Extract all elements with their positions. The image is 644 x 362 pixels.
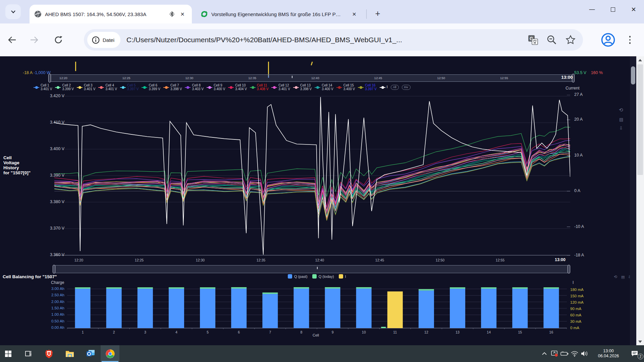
- window-minimize-button[interactable]: —: [582, 0, 602, 19]
- legend-item-cell-1[interactable]: Cell 13.401 V: [34, 84, 52, 91]
- zoom-out-icon[interactable]: [547, 35, 557, 45]
- time-tick-label: 12:50: [436, 258, 444, 262]
- scroll-up-icon[interactable]: [636, 56, 644, 64]
- menu-kebab-icon[interactable]: [624, 34, 636, 46]
- site-info-chip[interactable]: Datei: [87, 32, 120, 48]
- window-maximize-button[interactable]: [602, 0, 623, 19]
- tray-expand-icon[interactable]: [539, 345, 549, 362]
- time-tick-label: 12:45: [375, 258, 384, 262]
- wifi-icon[interactable]: [570, 345, 580, 362]
- legend-item-cell-16[interactable]: Cell 163.397 V: [358, 84, 376, 91]
- legend-item-cell-2[interactable]: Cell 23.399 V: [55, 84, 73, 91]
- legend-cell-name: Cell 1: [41, 84, 52, 87]
- slider-handle-left[interactable]: [53, 265, 55, 274]
- cell-balancing-chart[interactable]: [67, 284, 567, 329]
- legend-item-current[interactable]: I: [380, 85, 388, 89]
- info-icon: [92, 36, 100, 44]
- bar-q-today: [293, 287, 309, 289]
- data-view-icon[interactable]: ▤: [619, 117, 623, 122]
- page-scrollbar-thumb[interactable]: [631, 66, 635, 84]
- ma-tick-label: 120 mA: [570, 300, 584, 304]
- legend-item-cell-10[interactable]: Cell 103.404 V: [228, 84, 247, 91]
- tab-search-button[interactable]: [5, 4, 21, 19]
- reload-button[interactable]: [51, 33, 66, 47]
- bar-q-past: [481, 289, 496, 328]
- bluetooth-icon: [169, 11, 174, 17]
- task-view-button[interactable]: [20, 345, 36, 362]
- action-center-button[interactable]: 2: [627, 345, 642, 362]
- legend-item-cell-12[interactable]: Cell 123.401 V: [271, 84, 290, 91]
- outlook-button[interactable]: [83, 345, 99, 362]
- legend-item-cell-4[interactable]: Cell 43.401 V: [98, 84, 117, 91]
- legend-cell-value: 3.401 V: [84, 87, 95, 91]
- time-range-slider-bottom[interactable]: [54, 265, 569, 273]
- brave-browser-button[interactable]: [41, 345, 57, 362]
- legend-cell-value: 3.397 V: [365, 87, 376, 91]
- series-line-cell-14: [54, 148, 570, 214]
- tab-vorstellung[interactable]: Vorstellung Eigenentwicklung BMS für gro…: [196, 5, 364, 23]
- bar-q-past: [543, 289, 559, 328]
- chrome-button[interactable]: [101, 345, 119, 362]
- download-icon[interactable]: ⇩: [619, 126, 623, 130]
- balancing-legend-item[interactable]: Q (today): [312, 274, 334, 279]
- display-notification-icon[interactable]: [549, 345, 559, 362]
- start-button[interactable]: [0, 345, 16, 362]
- scroll-down-icon[interactable]: [636, 338, 644, 345]
- i-axis-title: I: [573, 280, 574, 285]
- balancing-legend-item[interactable]: Q (past): [288, 274, 308, 279]
- battery-icon[interactable]: [559, 345, 570, 362]
- balancing-legend-item[interactable]: I: [339, 274, 346, 279]
- refresh-icon[interactable]: ⟲: [619, 107, 623, 112]
- bookmark-star-icon[interactable]: [566, 35, 576, 45]
- profile-avatar[interactable]: [601, 33, 615, 47]
- legend-all-button[interactable]: All: [391, 85, 399, 90]
- legend-item-cell-11[interactable]: Cell 113.408 V: [250, 84, 268, 91]
- legend-item-cell-8[interactable]: Cell 83.403 V: [185, 84, 203, 91]
- legend-item-cell-6[interactable]: Cell 63.399 V: [142, 84, 160, 91]
- legend-swatch-icon: [339, 274, 343, 279]
- new-tab-button[interactable]: +: [371, 7, 384, 20]
- legend-item-cell-5[interactable]: Cell 53.397 V: [120, 84, 139, 91]
- browser-scrollbar-thumb[interactable]: [637, 64, 643, 175]
- tab-ahed-bms[interactable]: AHED BMS 1507: 164.3%, 54.506V, 23.383A …: [30, 5, 192, 23]
- series-marker-icon: [55, 86, 61, 89]
- tab-close-icon[interactable]: ×: [350, 9, 359, 19]
- slider-handle-right[interactable]: [568, 265, 570, 274]
- slider-handle-left[interactable]: [48, 74, 51, 82]
- legend-inv-button[interactable]: Inv: [402, 85, 411, 90]
- page-scrollbar[interactable]: [630, 56, 636, 345]
- legend-cell-name: Cell 15: [343, 84, 355, 87]
- legend-cell-value: 3.401 V: [105, 87, 117, 91]
- series-line-cell-6: [54, 150, 570, 216]
- bar-balancing-current: [387, 291, 403, 328]
- file-explorer-button[interactable]: [62, 345, 78, 362]
- volume-icon[interactable]: [580, 345, 590, 362]
- legend-item-cell-9[interactable]: Cell 93.400 V: [207, 84, 225, 91]
- tab-close-icon[interactable]: ×: [178, 9, 187, 19]
- cell-number-label: 10: [362, 330, 366, 334]
- time-range-slider-top[interactable]: 12:2012:2512:3012:3512:4012:4512:5012:55…: [49, 74, 574, 82]
- back-button[interactable]: [5, 33, 19, 47]
- legend-item-cell-14[interactable]: Cell 143.400 V: [315, 84, 333, 91]
- browser-scrollbar[interactable]: [636, 56, 644, 345]
- voltage-history-chart[interactable]: [54, 95, 570, 256]
- legend-item-cell-3[interactable]: Cell 33.401 V: [77, 84, 95, 91]
- translate-icon[interactable]: G: [528, 35, 538, 45]
- ma-tick-label: 90 mA: [570, 307, 581, 311]
- slider-time-label: 12:20: [59, 76, 67, 80]
- data-view-icon[interactable]: ▤: [621, 275, 625, 279]
- balancing-chart-title: Cell Balancing for "1507": [3, 274, 57, 279]
- window-close-button[interactable]: ×: [623, 0, 644, 19]
- legend-cell-value: 3.400 V: [322, 87, 333, 91]
- notification-icon: [631, 350, 638, 357]
- legend-item-cell-15[interactable]: Cell 153.400 V: [336, 84, 355, 91]
- address-bar[interactable]: Datei C:/Users/Nutzer/Documents/PV%20+%2…: [84, 29, 583, 51]
- refresh-icon[interactable]: ⟲: [614, 275, 617, 279]
- voltage-tick-label: 3.380 V: [38, 199, 64, 204]
- cell-number-label: 13: [455, 330, 460, 334]
- legend-item-cell-7[interactable]: Cell 73.398 V: [163, 84, 182, 91]
- voltage-tick-label: 3.370 V: [38, 226, 64, 231]
- legend-item-cell-13[interactable]: Cell 133.398 V: [293, 84, 312, 91]
- forward-button[interactable]: [27, 33, 42, 47]
- taskbar-clock[interactable]: 13:00 06.04.2026: [590, 349, 627, 359]
